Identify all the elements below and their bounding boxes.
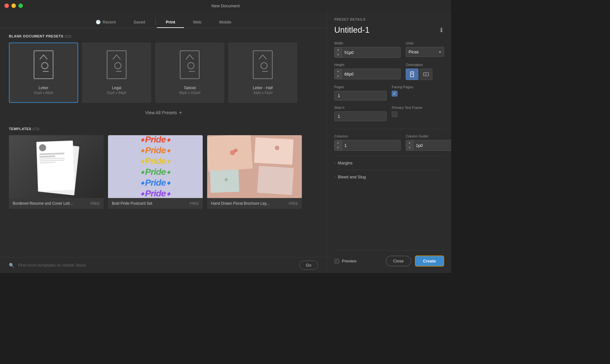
window-controls[interactable] — [4, 3, 23, 8]
units-label: Units — [406, 41, 444, 45]
height-input-wrap: ▲ ▼ — [334, 69, 401, 79]
width-decrement-button[interactable]: ▼ — [335, 52, 342, 57]
diamond-icon-8: ◆ — [167, 169, 170, 175]
tab-web[interactable]: Web — [184, 17, 210, 28]
template-resume[interactable]: Bordered Resume and Cover Lett... FREE — [9, 135, 104, 209]
diamond-icon-11: ◆ — [141, 191, 144, 196]
height-increment-button[interactable]: ▲ — [335, 69, 342, 74]
close-button[interactable]: Close — [386, 256, 411, 266]
svg-point-22 — [411, 73, 413, 75]
doc-title: Untitled-1 — [334, 25, 369, 35]
preset-letter-half-icon — [248, 48, 277, 83]
panel-bottom: Preview Close Create — [334, 250, 444, 267]
go-button[interactable]: Go — [299, 261, 318, 270]
preset-tabloid-label: Tabloid 66p0 x 102p0 — [179, 86, 200, 95]
template-pride[interactable]: ◆ Pride ◆ ◆ Pride ◆ ◆ Pride — [108, 135, 203, 209]
template-resume-thumb — [9, 135, 104, 198]
preview-checkbox[interactable] — [334, 259, 339, 264]
units-group: Units Picas Inches Millimeters Centimete… — [406, 41, 444, 58]
height-stepper: ▲ ▼ — [335, 69, 342, 79]
column-gutter-decrement-button[interactable]: ▼ — [406, 145, 413, 150]
diamond-icon-4: ◆ — [167, 148, 170, 153]
tab-mobile[interactable]: Mobile — [210, 17, 240, 28]
height-orientation-row: Height ▲ ▼ Orientation — [334, 63, 444, 80]
save-preset-icon[interactable]: ⬇ — [439, 26, 444, 34]
minimize-window-button[interactable] — [11, 3, 16, 8]
tab-print[interactable]: Print — [157, 17, 184, 28]
margins-header[interactable]: › Margins — [334, 161, 444, 165]
chevron-right-icon: › — [334, 161, 335, 165]
svg-rect-13 — [207, 135, 253, 172]
search-icon: 🔍 — [9, 263, 14, 268]
search-input[interactable] — [18, 263, 295, 268]
portrait-orientation-button[interactable] — [406, 69, 418, 80]
content-area: BLANK DOCUMENT PRESETS (11) Letter — [0, 28, 327, 257]
start-primary-row: Start # Primary Text Frame — [334, 106, 444, 121]
preset-letter[interactable]: Letter 51p0 x 66p0 — [9, 43, 78, 103]
create-button[interactable]: Create — [415, 255, 444, 267]
svg-rect-14 — [254, 137, 294, 165]
columns-stepper: ▲ ▼ — [335, 140, 342, 150]
doc-title-row: Untitled-1 ⬇ — [334, 25, 444, 35]
tab-saved[interactable]: Saved — [125, 17, 154, 28]
left-panel: 🕐 Recent Saved Print Web Mobile BLANK DO… — [0, 11, 327, 273]
template-floral[interactable]: Hand Drawn Floral Brochure Lay... FREE — [207, 135, 302, 209]
view-all-presets-button[interactable]: View All Presets + — [9, 106, 318, 119]
width-group: Width ▲ ▼ — [334, 41, 401, 58]
width-input[interactable] — [342, 48, 400, 57]
landscape-orientation-button[interactable] — [420, 69, 432, 80]
units-select[interactable]: Picas Inches Millimeters Centimeters Poi… — [406, 47, 444, 57]
column-gutter-increment-button[interactable]: ▲ — [406, 140, 413, 145]
preset-tabloid[interactable]: Tabloid 66p0 x 102p0 — [155, 43, 224, 103]
height-input[interactable] — [342, 70, 400, 78]
close-window-button[interactable] — [4, 3, 9, 8]
column-gutter-input[interactable] — [413, 141, 451, 150]
column-gutter-label: Column Gutter — [406, 134, 451, 138]
portrait-icon — [409, 71, 415, 77]
bleed-slug-section: › Bleed and Slug — [334, 170, 444, 182]
preset-details-label: PRESET DETAILS — [334, 18, 444, 21]
tab-recent[interactable]: 🕐 Recent — [87, 17, 125, 28]
maximize-window-button[interactable] — [18, 3, 23, 8]
preset-legal[interactable]: Legal 51p0 x 84p0 — [82, 43, 151, 103]
columns-input-wrap: ▲ ▼ — [334, 140, 401, 151]
right-panel: PRESET DETAILS Untitled-1 ⬇ Width ▲ ▼ Un… — [327, 11, 451, 273]
primary-text-frame-checkbox-group — [392, 111, 444, 117]
svg-point-20 — [225, 178, 228, 181]
width-label: Width — [334, 41, 401, 45]
blank-presets-heading: BLANK DOCUMENT PRESETS (11) — [9, 34, 318, 38]
svg-point-4 — [115, 63, 121, 69]
title-bar: New Document — [0, 0, 451, 11]
orientation-group-wrap: Orientation — [406, 63, 444, 80]
diamond-icon-9: ◆ — [141, 180, 144, 185]
columns-decrement-button[interactable]: ▼ — [335, 145, 342, 150]
pages-input[interactable] — [334, 91, 387, 101]
primary-text-frame-group: Primary Text Frame — [392, 106, 444, 121]
resume-line-3 — [39, 158, 64, 160]
columns-increment-button[interactable]: ▲ — [335, 140, 342, 145]
resume-page-front — [36, 141, 74, 191]
units-select-wrap: Picas Inches Millimeters Centimeters Poi… — [406, 47, 444, 57]
clock-icon: 🕐 — [96, 20, 101, 24]
width-increment-button[interactable]: ▲ — [335, 47, 342, 52]
diamond-icon-5: ◆ — [141, 159, 144, 164]
facing-pages-label: Facing Pages — [392, 85, 444, 89]
width-stepper: ▲ ▼ — [335, 47, 342, 57]
facing-pages-group: Facing Pages ✓ — [392, 85, 444, 101]
columns-label: Columns — [334, 134, 401, 138]
template-floral-info: Hand Drawn Floral Brochure Lay... FREE — [207, 198, 302, 209]
column-gutter-stepper: ▲ ▼ — [406, 140, 413, 150]
height-label: Height — [334, 63, 401, 67]
svg-rect-23 — [424, 73, 429, 76]
columns-input[interactable] — [342, 141, 400, 150]
facing-pages-checkbox[interactable]: ✓ — [392, 91, 397, 96]
resume-line-1 — [39, 153, 64, 155]
height-decrement-button[interactable]: ▼ — [335, 74, 342, 79]
column-gutter-input-wrap: ▲ ▼ — [406, 140, 451, 151]
start-num-input[interactable] — [334, 111, 387, 121]
bleed-slug-header[interactable]: › Bleed and Slug — [334, 175, 444, 179]
margins-section: › Margins — [334, 156, 444, 169]
height-group: Height ▲ ▼ — [334, 63, 401, 80]
preset-letter-half[interactable]: Letter - Half 33p0 x 51p0 — [228, 43, 297, 103]
primary-text-frame-checkbox[interactable] — [392, 111, 397, 117]
